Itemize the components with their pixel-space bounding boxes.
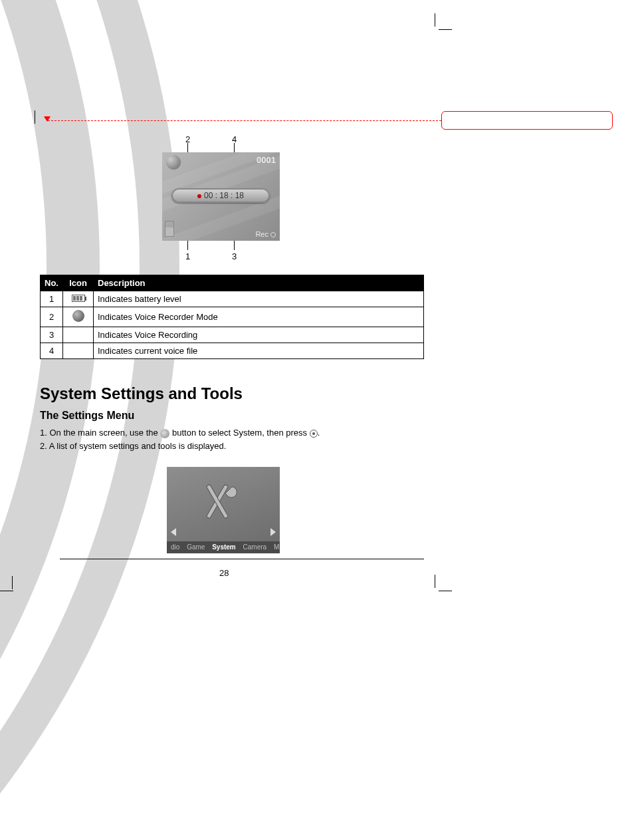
- menu-item: Camera: [241, 543, 270, 551]
- menu-item-selected: System: [209, 543, 239, 551]
- row-number: 4: [41, 343, 63, 359]
- table-header: No.: [41, 275, 63, 291]
- step-line: 2. A list of system settings and tools i…: [40, 440, 439, 452]
- section-heading: System Settings and Tools: [40, 384, 243, 403]
- section-subheading: The Settings Menu: [40, 410, 134, 422]
- nav-left-icon: [171, 528, 176, 536]
- record-dot-icon: [270, 232, 276, 237]
- tools-icon: [195, 482, 249, 528]
- crop-mark: [0, 591, 13, 591]
- callout-tick: [234, 143, 235, 152]
- table-header: Icon: [63, 275, 94, 291]
- row-desc: Indicates current voice file: [94, 343, 424, 359]
- table-row: 1 Indicates battery level: [41, 291, 424, 307]
- step-text: 1. On the main screen, use the: [40, 428, 160, 438]
- crop-mark: [439, 591, 452, 591]
- callout-dashed-line: [48, 120, 441, 121]
- menu-item: dio: [168, 543, 182, 551]
- crop-mark: [439, 29, 452, 30]
- crop-mark: [435, 13, 435, 27]
- callout-number: 2: [185, 134, 190, 144]
- mic-icon: [72, 310, 84, 322]
- row-icon-cell: [63, 291, 94, 307]
- table-header: Description: [94, 275, 424, 291]
- crop-mark: [435, 575, 435, 588]
- menu-strip: dio Game System Camera M: [167, 541, 280, 553]
- row-desc: Indicates Voice Recorder Mode: [94, 307, 424, 327]
- crop-mark: [35, 110, 35, 124]
- ok-button-icon: [310, 430, 318, 438]
- file-counter: 0001: [257, 155, 276, 165]
- mic-icon: [166, 155, 181, 170]
- step-line: 1. On the main screen, use the button to…: [40, 427, 439, 439]
- table-row: 3 Indicates Voice Recording: [41, 327, 424, 343]
- voice-recorder-screen: 0001 00 : 18 : 18 Rec: [162, 152, 280, 241]
- menu-item: Game: [184, 543, 207, 551]
- row-icon-cell: [63, 327, 94, 343]
- callout-tick: [234, 241, 235, 250]
- menu-item: M: [271, 543, 280, 551]
- battery-icon: [165, 221, 174, 237]
- table-row: 4 Indicates current voice file: [41, 343, 424, 359]
- row-number: 3: [41, 327, 63, 343]
- crop-mark: [12, 576, 13, 589]
- row-icon-cell: [63, 343, 94, 359]
- legend-table: No. Icon Description 1 Indicates battery…: [40, 275, 424, 359]
- callout-tick: [187, 241, 188, 250]
- record-time-pill: 00 : 18 : 18: [171, 188, 270, 203]
- row-number: 2: [41, 307, 63, 327]
- battery-icon: [72, 295, 85, 302]
- callout-number: 1: [185, 251, 190, 261]
- callout-tick: [187, 143, 188, 152]
- divider-line: [60, 559, 424, 559]
- page-number: 28: [219, 568, 229, 578]
- record-time: 00 : 18 : 18: [204, 191, 244, 200]
- row-desc: Indicates Voice Recording: [94, 327, 424, 343]
- table-row: 2 Indicates Voice Recorder Mode: [41, 307, 424, 327]
- system-menu-screen: dio Game System Camera M: [167, 467, 280, 553]
- callout-number: 4: [232, 134, 237, 144]
- row-number: 1: [41, 291, 63, 307]
- callout-box: [441, 111, 613, 130]
- section-body: 1. On the main screen, use the button to…: [40, 427, 439, 454]
- row-icon-cell: [63, 307, 94, 327]
- callout-number: 3: [232, 251, 237, 261]
- step-text: button to select System, then press: [172, 428, 307, 438]
- row-desc: Indicates battery level: [94, 291, 424, 307]
- callout-arrow-icon: [44, 116, 51, 122]
- rec-label: Rec: [255, 230, 276, 238]
- nav-right-icon: [270, 528, 276, 536]
- nav-dpad-icon: [160, 429, 169, 438]
